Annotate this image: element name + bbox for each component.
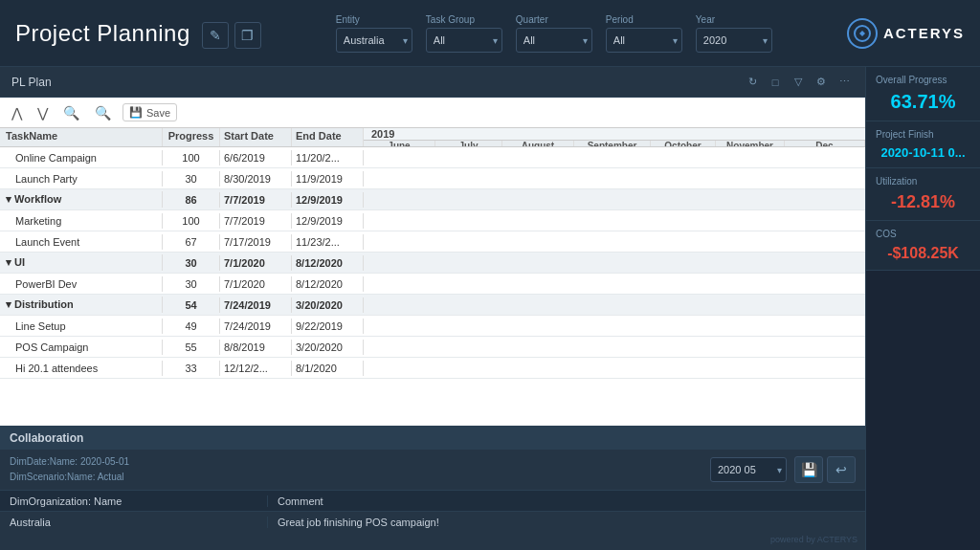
collab-col-org-header: DimOrganization: Name <box>0 495 268 507</box>
progress-ui: 30 <box>163 255 220 271</box>
table-row: Launch Party 30 8/30/2019 11/9/2019 Laun… <box>0 168 865 189</box>
taskgroup-label: Task Group <box>426 14 502 25</box>
task-name-pos: POS Campaign <box>0 340 163 355</box>
main-layout: PL Plan ↻ □ ▽ ⚙ ⋯ ⋀ ⋁ 🔍 <box>0 67 980 550</box>
progress-online-campaign: 100 <box>163 150 220 165</box>
collab-meta: DimDate:Name: 2020-05-01 DimScenario:Nam… <box>10 454 129 485</box>
refresh-icon[interactable]: ↻ <box>743 73 762 92</box>
zoom-out-button[interactable]: 🔍 <box>91 103 115 122</box>
header-left: Project Planning ✎ ❐ <box>15 18 261 49</box>
quarter-label: Quarter <box>516 14 592 25</box>
pl-plan-bar: PL Plan ↻ □ ▽ ⚙ ⋯ <box>0 67 865 98</box>
edit-button[interactable]: ✎ <box>202 22 229 49</box>
entity-select[interactable]: Australia <box>336 28 412 53</box>
collapse-all-icon: ⋁ <box>37 105 48 121</box>
entity-label: Entity <box>336 14 412 25</box>
expand-icon[interactable]: □ <box>766 73 785 92</box>
month-july: July <box>435 141 502 146</box>
filter-period: Period All <box>606 14 682 53</box>
quarter-select[interactable]: All <box>516 28 592 53</box>
kpi-overall-label: Overall Progress <box>876 75 970 85</box>
expand-all-button[interactable]: ⋀ <box>8 103 26 122</box>
start-distribution: 7/24/2019 <box>220 297 292 313</box>
start-linesetup: 7/24/2019 <box>220 319 292 334</box>
group-collapse-icon-distribution[interactable]: ▾ <box>6 298 11 310</box>
save-button[interactable]: 💾 Save <box>122 103 177 121</box>
task-name-online-campaign: Online Campaign <box>0 150 163 165</box>
progress-linesetup: 49 <box>163 319 220 334</box>
col-header-start: Start Date <box>220 128 292 146</box>
zoom-in-button[interactable]: 🔍 <box>59 103 83 122</box>
table-row: Online Campaign 100 6/6/2019 11/20/2... … <box>0 147 865 168</box>
collab-date-select-input[interactable]: 2020 05 <box>710 457 787 482</box>
start-pos: 8/8/2019 <box>220 340 292 355</box>
task-name-workflow: ▾Workflow <box>0 191 163 208</box>
task-name-linesetup: Line Setup <box>0 319 163 334</box>
start-ui: 7/1/2020 <box>220 255 292 271</box>
gantt-header-row: TaskName Progress Start Date End Date 20… <box>0 128 865 147</box>
kpi-utilization-label: Utilization <box>876 176 970 187</box>
logo-area: ACTERYS <box>847 18 965 49</box>
filter-quarter: Quarter All <box>516 14 592 53</box>
task-name-launch-party: Launch Party <box>0 171 163 187</box>
year-select[interactable]: 2020 <box>696 28 772 53</box>
logo-text: ACTERYS <box>883 25 965 41</box>
group-collapse-icon-ui[interactable]: ▾ <box>6 256 11 268</box>
kpi-overall-progress: Overall Progress 63.71% <box>866 67 980 121</box>
task-name-hi201: Hi 20.1 attendees <box>0 361 163 376</box>
collab-save-button[interactable]: 💾 <box>794 456 823 483</box>
copy-button[interactable]: ❐ <box>234 22 261 49</box>
powered-by: powered by ACTERYS <box>0 533 865 546</box>
month-august: August <box>502 141 574 146</box>
period-select[interactable]: All <box>606 28 682 53</box>
table-row: ▾Distribution 54 7/24/2019 3/20/2020 Dis… <box>0 295 865 316</box>
collab-table: DimOrganization: Name Comment Australia … <box>0 490 865 533</box>
group-collapse-icon[interactable]: ▾ <box>6 193 11 205</box>
kpi-overall-value: 63.71% <box>876 91 970 113</box>
collab-undo-button[interactable]: ↩ <box>827 456 856 483</box>
dim-date-text: DimDate:Name: 2020-05-01 <box>10 454 129 470</box>
col-header-progress: Progress <box>163 128 220 146</box>
app-title: Project Planning <box>15 20 190 47</box>
period-select-wrapper: All <box>606 28 682 53</box>
entity-select-wrapper: Australia <box>336 28 412 53</box>
collab-col-comment-header: Comment <box>268 495 865 507</box>
task-name-ui: ▾UI <box>0 254 163 271</box>
table-row: Hi 20.1 attendees 33 12/12/2... 8/1/2020 <box>0 358 865 379</box>
save-disk-icon: 💾 <box>129 106 143 119</box>
end-hi201: 8/1/2020 <box>292 361 364 376</box>
pl-plan-icons: ↻ □ ▽ ⚙ ⋯ <box>743 73 854 92</box>
progress-distribution: 54 <box>163 297 220 313</box>
filter-icon[interactable]: ▽ <box>789 73 808 92</box>
more-icon[interactable]: ⋯ <box>835 73 854 92</box>
end-launch-event: 11/23/2... <box>292 234 364 250</box>
task-name-distribution: ▾Distribution <box>0 297 163 313</box>
kpi-cos-value: -$108.25K <box>876 245 970 262</box>
kpi-utilization-value: -12.81% <box>876 192 970 212</box>
gantt-container: ⋀ ⋁ 🔍 🔍 💾 Save <box>0 98 865 426</box>
start-launch-party: 8/30/2019 <box>220 171 292 187</box>
kpi-project-finish-label: Project Finish <box>876 129 970 140</box>
gantt-year-header: 2019 <box>364 128 865 141</box>
collab-table-row: Australia Great job finishing POS campai… <box>0 512 865 533</box>
collapse-all-button[interactable]: ⋁ <box>33 103 52 122</box>
end-marketing: 12/9/2019 <box>292 213 364 229</box>
start-online-campaign: 6/6/2019 <box>220 150 292 165</box>
filter-entity: Entity Australia <box>336 14 412 53</box>
col-header-task: TaskName <box>0 128 163 146</box>
kpi-project-finish: Project Finish 2020-10-11 0... <box>866 121 980 168</box>
task-name-marketing: Marketing <box>0 213 163 229</box>
month-september: September <box>574 141 651 146</box>
kpi-utilization: Utilization -12.81% <box>866 168 980 221</box>
progress-powerbi: 30 <box>163 276 220 292</box>
task-name-powerbi: PowerBI Dev <box>0 276 163 292</box>
kpi-cos: COS -$108.25K <box>866 221 980 271</box>
start-hi201: 12/12/2... <box>220 361 292 376</box>
settings-icon[interactable]: ⚙ <box>812 73 831 92</box>
collaboration-section: Collaboration DimDate:Name: 2020-05-01 D… <box>0 426 865 550</box>
progress-hi201: 33 <box>163 361 220 376</box>
collab-info-row: DimDate:Name: 2020-05-01 DimScenario:Nam… <box>0 450 865 490</box>
taskgroup-select[interactable]: All <box>426 28 502 53</box>
collab-save-icon: 💾 <box>801 462 817 477</box>
right-sidebar: Overall Progress 63.71% Project Finish 2… <box>865 67 980 550</box>
